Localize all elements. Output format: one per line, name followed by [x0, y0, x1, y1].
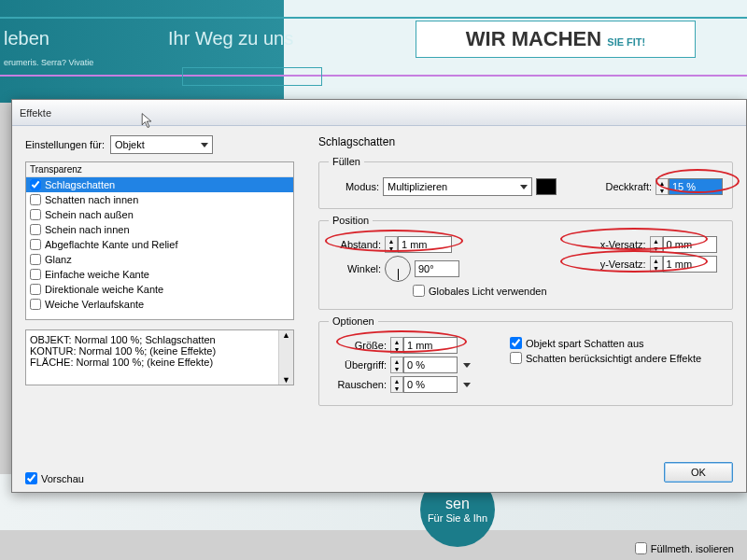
preview-label: Vorschau	[41, 473, 84, 484]
opacity-label: Deckkraft:	[605, 181, 652, 192]
effect-label: Direktionale weiche Kante	[45, 284, 163, 295]
effect-label: Schatten nach innen	[45, 194, 138, 205]
size-input[interactable]: ▲▼	[390, 337, 458, 354]
mode-combo[interactable]: Multiplizieren	[383, 177, 532, 196]
distance-label: Abstand:	[329, 239, 381, 250]
options-legend: Optionen	[329, 315, 378, 327]
document-background: leben Ihr Weg zu uns erumeris. Serra? Vi…	[0, 0, 747, 103]
effect-checkbox[interactable]	[30, 179, 41, 190]
nav-text: Ihr Weg zu uns	[168, 28, 293, 49]
global-light-checkbox[interactable]	[413, 285, 425, 297]
effect-label: Schlagschatten	[45, 179, 115, 190]
position-legend: Position	[329, 215, 373, 226]
fill-group: Füllen Modus: Multiplizieren Deckkraft: …	[318, 156, 733, 209]
spread-input[interactable]: ▲▼	[390, 357, 458, 373]
effects-dialog: Effekte Einstellungen für: Objekt Transp…	[11, 99, 747, 493]
menu-arrow-icon[interactable]	[463, 363, 471, 368]
spread-label: Übergriff:	[329, 359, 387, 371]
color-swatch[interactable]	[536, 178, 557, 195]
effect-item[interactable]: Schein nach innen	[26, 222, 293, 237]
effect-item[interactable]: Weiche Verlaufskante	[26, 297, 293, 312]
selected-frame[interactable]	[182, 67, 322, 86]
effect-checkbox[interactable]	[30, 224, 41, 235]
effect-checkbox[interactable]	[30, 299, 41, 310]
summary-line: FLÄCHE: Normal 100 %; (keine Effekte)	[30, 357, 289, 368]
mode-label: Modus:	[329, 181, 379, 192]
settings-for-combo[interactable]: Objekt	[110, 135, 213, 154]
effect-label: Schein nach außen	[45, 209, 134, 220]
isolate-fillmethod-checkbox[interactable]: Füllmeth. isolieren	[635, 542, 734, 554]
chevron-down-icon	[520, 185, 528, 189]
effect-item[interactable]: Einfache weiche Kante	[26, 267, 293, 282]
global-light-label: Globales Licht verwenden	[429, 286, 547, 297]
nav-text: leben	[4, 28, 49, 49]
angle-dial[interactable]	[385, 256, 411, 282]
y-offset-label: y-Versatz:	[585, 259, 646, 270]
effect-checkbox[interactable]	[30, 254, 41, 265]
effect-item[interactable]: Schatten nach innen	[26, 192, 293, 207]
effect-item[interactable]: Abgeflachte Kante und Relief	[26, 237, 293, 252]
knockout-checkbox[interactable]	[510, 337, 522, 349]
effect-label: Schein nach innen	[45, 224, 130, 235]
dialog-titlebar[interactable]: Effekte	[12, 100, 746, 126]
opacity-input[interactable]: ▲▼	[655, 178, 723, 195]
body-text: erumeris. Serra? Vivatie	[4, 58, 93, 67]
effect-checkbox[interactable]	[30, 194, 41, 205]
effect-label: Weiche Verlaufskante	[45, 299, 144, 310]
summary-line: KONTUR: Normal 100 %; (keine Effekte)	[30, 345, 289, 357]
honors-effects-checkbox[interactable]	[510, 352, 522, 364]
summary-line: OBJEKT: Normal 100 %; Schlagschatten	[30, 334, 289, 345]
effect-label: Einfache weiche Kante	[45, 269, 149, 280]
position-group: Position Abstand: ▲▼ Winkel:	[318, 215, 733, 310]
honors-effects-label: Schatten berücksichtigt andere Effekte	[526, 353, 701, 364]
menu-arrow-icon[interactable]	[463, 383, 471, 387]
fill-legend: Füllen	[329, 156, 364, 167]
effect-label: Abgeflachte Kante und Relief	[45, 239, 178, 250]
dialog-title: Effekte	[20, 107, 51, 119]
knockout-label: Objekt spart Schatten aus	[526, 338, 644, 349]
chevron-down-icon	[201, 143, 208, 147]
angle-input[interactable]	[415, 260, 459, 277]
effect-checkbox[interactable]	[30, 209, 41, 220]
effect-item[interactable]: Glanz	[26, 252, 293, 267]
headline-box: WIR MACHEN SIE FIT!	[416, 21, 696, 58]
effect-label: Glanz	[45, 254, 72, 265]
y-offset-input[interactable]: ▲▼	[650, 256, 717, 273]
noise-input[interactable]: ▲▼	[390, 376, 458, 393]
size-label: Größe:	[329, 340, 387, 351]
ok-button[interactable]: OK	[664, 462, 733, 483]
effects-summary: OBJEKT: Normal 100 %; SchlagschattenKONT…	[25, 329, 294, 385]
noise-label: Rauschen:	[329, 379, 387, 390]
effect-checkbox[interactable]	[30, 239, 41, 250]
effect-checkbox[interactable]	[30, 269, 41, 280]
effects-list-header[interactable]: Transparenz	[26, 162, 293, 177]
effect-item[interactable]: Direktionale weiche Kante	[26, 282, 293, 297]
scrollbar[interactable]: ▲▼	[278, 330, 293, 385]
guide-line	[0, 75, 747, 77]
angle-label: Winkel:	[329, 263, 381, 274]
effect-item[interactable]: Schlagschatten	[26, 177, 293, 192]
settings-for-label: Einstellungen für:	[25, 139, 105, 150]
x-offset-input[interactable]: ▲▼	[650, 236, 717, 253]
effect-item[interactable]: Schein nach außen	[26, 207, 293, 222]
distance-input[interactable]: ▲▼	[385, 236, 452, 253]
panel-title: Schlagschatten	[318, 135, 733, 148]
effect-checkbox[interactable]	[30, 284, 41, 295]
preview-checkbox[interactable]	[25, 472, 37, 484]
effects-list[interactable]: Transparenz SchlagschattenSchatten nach …	[25, 161, 294, 320]
options-group: Optionen Größe: ▲▼ Übergriff	[318, 315, 733, 406]
x-offset-label: x-Versatz:	[585, 239, 646, 250]
guide-line	[0, 17, 747, 19]
